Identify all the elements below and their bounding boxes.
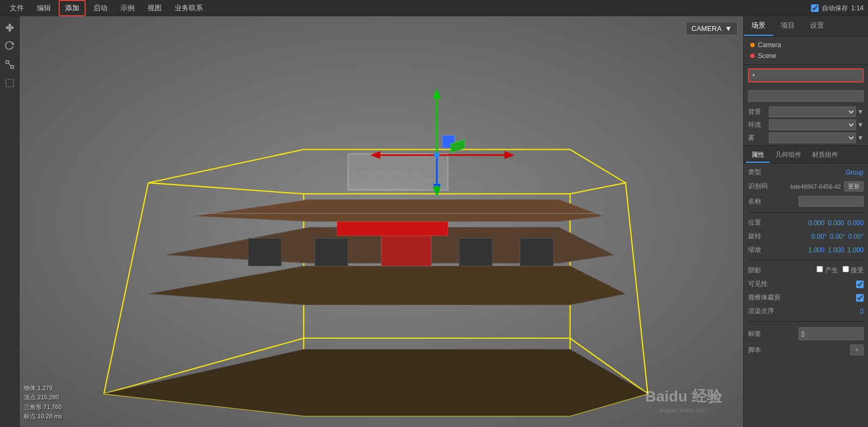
- tree-label-scene: Scene: [758, 52, 776, 60]
- svg-rect-17: [315, 238, 348, 266]
- prop-tab-attributes[interactable]: 属性: [746, 148, 770, 163]
- svg-rect-16: [248, 238, 281, 266]
- prop-id-update-button[interactable]: 更新: [844, 181, 864, 192]
- tab-scene[interactable]: 场景: [744, 16, 773, 36]
- divider-1: [748, 212, 864, 213]
- prop-scale-y: 1.000: [828, 246, 844, 254]
- svg-rect-20: [520, 238, 553, 266]
- prop-visible-checkbox[interactable]: [856, 281, 864, 288]
- prop-render-order-label: 渲染次序: [748, 307, 775, 316]
- prop-id-label: 识别码: [748, 182, 775, 191]
- prop-tags-row: 标签: [748, 327, 864, 340]
- menu-view[interactable]: 视图: [142, 1, 167, 15]
- menu-edit[interactable]: 编辑: [31, 1, 56, 15]
- svg-rect-3: [11, 66, 14, 68]
- prop-name-row: 名称: [748, 196, 864, 207]
- main-area: CAMERA ▼ 物体 1,279 顶点 215,280 三角形 71,760 …: [0, 16, 868, 427]
- divider-3: [748, 321, 864, 322]
- prop-script-button[interactable]: +: [850, 345, 864, 355]
- prop-scale-values: 1.000 1.000 1.000: [808, 246, 864, 254]
- dropdown-background-select[interactable]: [769, 106, 856, 117]
- auto-save-label: 自动保存: [822, 4, 848, 13]
- dropdown-fog-row: 雾 ▼: [748, 132, 864, 143]
- svg-marker-38: [505, 151, 514, 159]
- prop-position-y: 0.000: [828, 219, 844, 227]
- prop-scale-label: 缩放: [748, 245, 775, 254]
- svg-rect-2: [6, 61, 9, 63]
- baidu-watermark: Baidu 经验 jingyan.baidu.com: [624, 373, 743, 427]
- prop-tab-geometry[interactable]: 几何组件: [770, 148, 807, 163]
- tree-item-camera[interactable]: Camera: [744, 40, 868, 50]
- svg-marker-15: [193, 200, 603, 222]
- prop-position-z: 0.000: [847, 219, 864, 227]
- scale-tool-button[interactable]: [3, 58, 17, 72]
- prop-script-label: 脚本: [748, 346, 775, 355]
- svg-line-30: [448, 155, 470, 188]
- tab-project[interactable]: 项目: [773, 16, 802, 36]
- select-tool-button[interactable]: [3, 76, 17, 90]
- prop-position-x: 0.000: [808, 219, 825, 227]
- prop-name-input[interactable]: [799, 196, 864, 207]
- menu-file[interactable]: 文件: [4, 1, 29, 15]
- prop-rotation-z: 0.00°: [848, 233, 864, 240]
- properties-section: 类型 Group 识别码 bde46967-6456-42 更新 名称 位置: [744, 163, 868, 360]
- prop-shadow-row: 阴影 产生 接受: [748, 266, 864, 275]
- prop-type-row: 类型 Group: [748, 168, 864, 177]
- prop-position-label: 位置: [748, 218, 775, 227]
- dropdown-fog-label: 雾: [748, 133, 764, 143]
- viewport[interactable]: CAMERA ▼ 物体 1,279 顶点 215,280 三角形 71,760 …: [20, 16, 743, 427]
- scene-search-input[interactable]: [748, 68, 864, 82]
- prop-shadow-label: 阴影: [748, 266, 775, 275]
- menu-bar: 文件 编辑 添加 启动 示例 视图 业务联系 自动保存 1:14: [0, 0, 868, 16]
- prop-render-order-row: 渲染次序 0: [748, 307, 864, 316]
- prop-id-row: 识别码 bde46967-6456-42 更新: [748, 181, 864, 192]
- dropdown-background-row: 背景 ▼: [748, 106, 864, 117]
- stat-triangles: 三角形 71,760: [24, 403, 62, 412]
- camera-dropdown[interactable]: CAMERA ▼: [686, 22, 738, 35]
- menu-bar-right: 自动保存 1:14: [811, 4, 864, 13]
- prop-tags-input[interactable]: [799, 327, 864, 340]
- prop-rotation-x: 0.00°: [812, 233, 827, 240]
- svg-line-11: [626, 183, 648, 394]
- dropdown-section: 背景 ▼ 环境 ▼ 雾 ▼: [744, 104, 868, 146]
- camera-label: CAMERA: [692, 24, 722, 33]
- tab-settings[interactable]: 设置: [802, 16, 832, 36]
- svg-point-46: [434, 152, 439, 158]
- tree-item-scene[interactable]: Scene: [744, 50, 868, 61]
- prop-visible-row: 可见性: [748, 279, 864, 289]
- dropdown-environment-label: 环境: [748, 120, 764, 130]
- auto-save-checkbox[interactable]: [811, 4, 819, 12]
- prop-shadow-produce-label[interactable]: 产生: [816, 266, 838, 275]
- prop-shadow-produce-checkbox[interactable]: [816, 266, 823, 272]
- dropdown-fog-select[interactable]: [769, 132, 856, 143]
- menu-launch[interactable]: 启动: [88, 1, 113, 15]
- right-panel: 场景 项目 设置 Camera Scene 背景: [743, 16, 868, 427]
- svg-marker-48: [433, 187, 441, 196]
- prop-scale-row: 缩放 1.000 1.000 1.000: [748, 245, 864, 254]
- menu-examples[interactable]: 示例: [115, 1, 140, 15]
- prop-id-value-row: bde46967-6456-42 更新: [790, 181, 864, 192]
- dropdown-background-arrow: ▼: [857, 108, 864, 116]
- svg-line-4: [9, 63, 11, 66]
- prop-frustum-row: 视锥体裁剪: [748, 293, 864, 302]
- prop-type-value: Group: [846, 169, 864, 176]
- building-model: [20, 16, 743, 427]
- prop-type-label: 类型: [748, 168, 775, 177]
- prop-shadow-receive-checkbox[interactable]: [843, 266, 849, 272]
- dropdown-environment-select[interactable]: [769, 119, 856, 130]
- svg-marker-36: [433, 88, 441, 98]
- prop-scale-z: 1.000: [847, 246, 864, 254]
- prop-script-row: 脚本 +: [748, 345, 864, 355]
- prop-tags-label: 标签: [748, 329, 775, 339]
- menu-add[interactable]: 添加: [59, 0, 86, 16]
- prop-shadow-receive-label[interactable]: 接受: [843, 266, 864, 275]
- rotate-tool-button[interactable]: [3, 39, 17, 53]
- prop-tab-material[interactable]: 材质组件: [807, 148, 844, 163]
- menu-business[interactable]: 业务联系: [169, 1, 208, 15]
- object-name-input[interactable]: [748, 90, 864, 102]
- svg-marker-13: [148, 266, 626, 305]
- prop-name-label: 名称: [748, 197, 775, 206]
- prop-frustum-checkbox[interactable]: [856, 294, 864, 302]
- prop-id-value: bde46967-6456-42: [790, 183, 841, 190]
- move-tool-button[interactable]: [3, 21, 17, 35]
